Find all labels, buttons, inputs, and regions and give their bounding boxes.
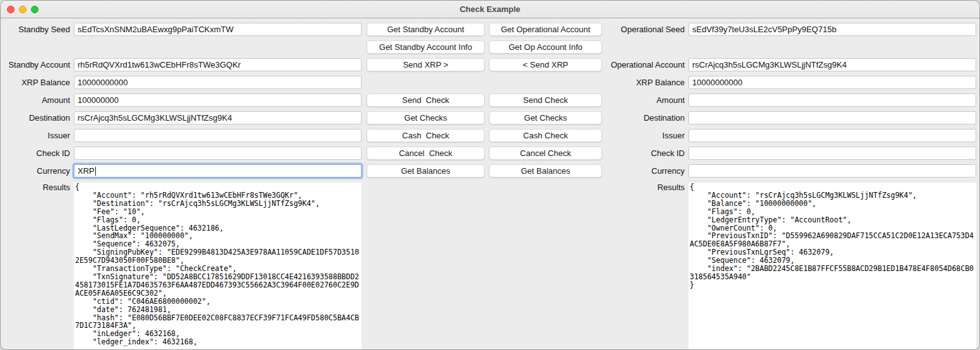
standby-check-id-field[interactable] bbox=[74, 147, 362, 160]
app-window: Check Example Standby Seed sEdTcsXnSNM2u… bbox=[0, 0, 980, 350]
standby-issuer-field[interactable] bbox=[74, 129, 362, 142]
send-xrp-right-button[interactable]: Send XRP > bbox=[367, 58, 485, 71]
standby-amount-field[interactable]: 100000000 bbox=[74, 94, 362, 107]
op-send-check-button[interactable]: Send Check bbox=[489, 94, 602, 107]
get-operational-account-button[interactable]: Get Operational Account bbox=[489, 23, 602, 36]
get-standby-account-button[interactable]: Get Standby Account bbox=[367, 23, 485, 36]
op-amount-field[interactable] bbox=[688, 94, 976, 107]
standby-amount-value: 100000000 bbox=[78, 95, 119, 105]
op-xrp-balance-field[interactable]: 10000000000 bbox=[688, 76, 976, 89]
standby-seed-value: sEdTcsXnSNM2uBAEwxg9pPaiTCKxmTW bbox=[78, 25, 233, 34]
get-standby-account-info-button[interactable]: Get Standby Account Info bbox=[367, 40, 485, 54]
standby-account-value: rh5rRdQVXrd1tw613wCEbHFr8sTWe3GQKr bbox=[78, 60, 240, 69]
standby-currency-label: Currency bbox=[1, 164, 70, 178]
op-issuer-label: Issuer bbox=[593, 129, 685, 142]
text-cursor bbox=[95, 167, 96, 176]
standby-destination-field[interactable]: rsCrAjcq3h5sLGCMg3KLWSLjjNTfZsg9K4 bbox=[74, 111, 362, 124]
standby-cash-check-button[interactable]: Cash Check bbox=[367, 129, 485, 142]
standby-results-textarea[interactable]: { "Account": "rh5rRdQVXrd1tw613wCEbHFr8s… bbox=[74, 183, 362, 350]
op-currency-label: Currency bbox=[593, 164, 685, 178]
op-amount-label: Amount bbox=[593, 94, 685, 107]
standby-account-label: Standby Account bbox=[1, 58, 70, 71]
op-cancel-check-button[interactable]: Cancel Check bbox=[489, 147, 602, 160]
standby-xrp-balance-field[interactable]: 10000000000 bbox=[74, 76, 362, 89]
op-destination-label: Destination bbox=[593, 111, 685, 124]
operational-seed-value: sEdVf39y7teU3sLE2cV5PpPy9EQ715b bbox=[692, 25, 836, 34]
op-currency-field[interactable] bbox=[688, 164, 976, 178]
standby-account-field[interactable]: rh5rRdQVXrd1tw613wCEbHFr8sTWe3GQKr bbox=[74, 58, 362, 71]
send-xrp-left-button[interactable]: < Send XRP bbox=[489, 58, 602, 71]
get-op-account-info-button[interactable]: Get Op Account Info bbox=[489, 40, 602, 54]
standby-get-balances-button[interactable]: Get Balances bbox=[367, 164, 485, 178]
op-check-id-field[interactable] bbox=[688, 147, 976, 160]
standby-xrp-balance-label: XRP Balance bbox=[1, 76, 70, 89]
standby-seed-field[interactable]: sEdTcsXnSNM2uBAEwxg9pPaiTCKxmTW bbox=[74, 23, 362, 36]
standby-issuer-label: Issuer bbox=[1, 129, 70, 142]
operational-account-field[interactable]: rsCrAjcq3h5sLGCMg3KLWSLjjNTfZsg9K4 bbox=[688, 58, 976, 71]
operational-seed-label: Operational Seed bbox=[593, 23, 685, 36]
op-destination-field[interactable] bbox=[688, 111, 976, 124]
standby-xrp-balance-value: 10000000000 bbox=[78, 78, 128, 87]
window-title: Check Example bbox=[1, 1, 979, 18]
op-check-id-label: Check ID bbox=[593, 147, 685, 160]
op-xrp-balance-label: XRP Balance bbox=[593, 76, 685, 89]
titlebar: Check Example bbox=[1, 1, 979, 18]
standby-currency-field[interactable]: XRP bbox=[74, 164, 362, 178]
standby-results-label: Results bbox=[1, 183, 70, 192]
standby-send-check-button[interactable]: Send Check bbox=[367, 94, 485, 107]
standby-destination-value: rsCrAjcq3h5sLGCMg3KLWSLjjNTfZsg9K4 bbox=[78, 113, 232, 123]
operational-account-value: rsCrAjcq3h5sLGCMg3KLWSLjjNTfZsg9K4 bbox=[692, 60, 847, 69]
op-get-checks-button[interactable]: Get Checks bbox=[489, 111, 602, 124]
op-get-balances-button[interactable]: Get Balances bbox=[489, 164, 602, 178]
op-xrp-balance-value: 10000000000 bbox=[692, 78, 743, 87]
standby-amount-label: Amount bbox=[1, 94, 70, 107]
standby-check-id-label: Check ID bbox=[1, 147, 70, 160]
standby-get-checks-button[interactable]: Get Checks bbox=[367, 111, 485, 124]
op-cash-check-button[interactable]: Cash Check bbox=[489, 129, 602, 142]
standby-seed-label: Standby Seed bbox=[1, 23, 70, 36]
op-results-textarea[interactable]: { "Account": "rsCrAjcq3h5sLGCMg3KLWSLjjN… bbox=[688, 183, 976, 350]
standby-cancel-check-button[interactable]: Cancel Check bbox=[367, 147, 485, 160]
op-issuer-field[interactable] bbox=[688, 129, 976, 142]
standby-currency-value: XRP bbox=[78, 166, 95, 176]
operational-seed-field[interactable]: sEdVf39y7teU3sLE2cV5PpPy9EQ715b bbox=[688, 23, 976, 36]
op-results-label: Results bbox=[593, 183, 685, 192]
standby-destination-label: Destination bbox=[1, 111, 70, 124]
operational-account-label: Operational Account bbox=[593, 58, 685, 71]
